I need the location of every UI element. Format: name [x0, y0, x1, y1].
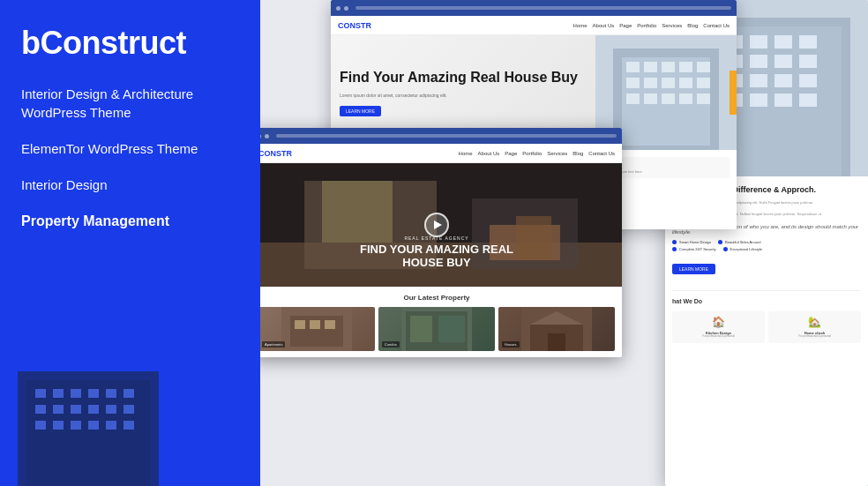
property-title: Our Latest Property [258, 294, 615, 302]
taglines-list: Interior Design & Architecture WordPress… [21, 76, 239, 240]
checkbox-dot-4 [723, 247, 728, 251]
svg-rect-64 [750, 35, 767, 49]
svg-rect-58 [548, 333, 565, 351]
right-icon-cards: 🏠 Kitchen Design For professional & pers… [672, 311, 861, 343]
card-label-3: Houses [502, 341, 520, 348]
svg-rect-28 [626, 78, 640, 88]
nav-blog: Blog [687, 23, 698, 28]
hero-btn[interactable]: LEARN MORE [340, 106, 381, 116]
svg-rect-19 [123, 421, 134, 430]
right-what-title: hat We Do [672, 298, 861, 304]
tagline-1: Interior Design & Architecture WordPress… [21, 76, 239, 131]
building-svg [0, 345, 176, 486]
svg-rect-32 [697, 78, 710, 88]
svg-rect-6 [106, 389, 116, 398]
svg-rect-50 [325, 320, 335, 329]
nav-page: Page [619, 23, 632, 28]
play-button[interactable] [424, 213, 449, 237]
mid-hero-title: FIND YOUR AMAZING REALHOUSE BUY [360, 243, 513, 269]
nav-portfolio: Portfolio [637, 23, 656, 28]
card-label-2: Condos [382, 341, 400, 348]
mid-dot-2 [265, 134, 269, 138]
svg-rect-31 [679, 78, 692, 88]
mockup-nav-mid: CONSTR Home About Us Page Portfolio Serv… [251, 144, 622, 163]
svg-rect-45 [322, 181, 393, 243]
checkbox-row-2: Complete 24/7 Security Exceptional Lifes… [672, 247, 861, 251]
card-3-text: Lorem ipsum text here [607, 169, 725, 174]
agency-label: REAL ESTATE AGENCY [360, 236, 513, 241]
svg-rect-35 [662, 93, 675, 104]
svg-rect-49 [310, 320, 320, 329]
svg-rect-18 [106, 421, 116, 430]
property-card-3: Houses [498, 307, 615, 351]
svg-rect-15 [53, 421, 64, 430]
property-card-1: Apartments [258, 307, 375, 351]
svg-rect-13 [123, 405, 134, 414]
tagline-2: ElemenTor WordPress Theme [21, 131, 239, 167]
property-card-2: Condos [378, 307, 495, 351]
checkbox-dot-1 [672, 240, 677, 244]
svg-rect-11 [88, 405, 99, 414]
svg-rect-74 [750, 74, 767, 87]
card-label-1: Apartments [262, 341, 285, 348]
svg-rect-53 [410, 316, 432, 342]
checkbox-dot-3 [672, 247, 677, 251]
mockup-mid: CONSTR Home About Us Page Portfolio Serv… [251, 128, 622, 357]
svg-rect-54 [438, 316, 465, 342]
svg-rect-34 [644, 93, 657, 104]
svg-rect-30 [662, 78, 675, 88]
checkbox-label-3: Complete 24/7 Security [679, 247, 716, 251]
icon-card-kitchen: 🏠 Kitchen Design For professional & pers… [672, 311, 765, 343]
checkbox-label-1: Smart Home Design [679, 240, 711, 244]
mockup-logo-top: CONSTR [338, 21, 371, 30]
svg-rect-80 [774, 93, 792, 107]
svg-rect-29 [644, 78, 657, 88]
mid-nav-services: Services [547, 151, 567, 156]
svg-rect-79 [750, 93, 767, 107]
nav-about: About Us [593, 23, 615, 28]
checkbox-2: Beautiful Sides Around [718, 240, 760, 244]
checkbox-3: Complete 24/7 Security [672, 247, 716, 251]
checkbox-label-2: Beautiful Sides Around [725, 240, 760, 244]
nav-items-top: Home About Us Page Portfolio Services Bl… [573, 23, 730, 28]
nav-contact: Contact Us [703, 23, 730, 28]
mid-nav-about: About Us [478, 151, 500, 156]
browser-bar-mid [251, 128, 622, 144]
bar-dot-2 [344, 6, 348, 11]
svg-rect-17 [88, 421, 99, 430]
kitchen-icon: 🏠 [676, 316, 761, 328]
svg-rect-48 [295, 320, 305, 329]
bar-dot-1 [336, 6, 340, 11]
svg-rect-25 [662, 62, 675, 72]
right-learn-more-btn[interactable]: LEARN MORE [672, 264, 715, 274]
property-section: Our Latest Property Apartments [251, 287, 622, 357]
svg-rect-75 [774, 74, 792, 87]
checkbox-dot-2 [718, 240, 722, 244]
svg-rect-37 [697, 93, 710, 104]
right-divider [672, 290, 861, 291]
svg-rect-12 [106, 405, 116, 414]
svg-rect-27 [697, 62, 710, 72]
mid-nav-contact: Contact Us [588, 151, 615, 156]
nav-home: Home [573, 23, 587, 28]
svg-rect-36 [679, 93, 692, 104]
building-decoration [0, 345, 176, 486]
checkbox-1: Smart Home Design [672, 240, 711, 244]
tagline-4: Property Management [21, 203, 239, 240]
svg-rect-8 [35, 405, 46, 414]
svg-rect-70 [774, 55, 792, 68]
svg-rect-33 [626, 93, 640, 104]
nav-services: Services [662, 23, 682, 28]
svg-rect-10 [71, 405, 81, 414]
property-cards: Apartments Condos [258, 307, 615, 351]
brand-title: bConstruct [21, 25, 239, 62]
address-bar [355, 6, 731, 10]
svg-rect-4 [71, 389, 81, 398]
left-panel: bConstruct Interior Design & Architectur… [0, 0, 260, 486]
mockup-logo-mid: CONSTR [258, 149, 292, 158]
svg-rect-71 [799, 55, 817, 68]
mid-hero-text: REAL ESTATE AGENCY FIND YOUR AMAZING REA… [360, 236, 513, 269]
kitchen-sub: For professional & personal [676, 335, 761, 339]
checkbox-label-4: Exceptional Lifestyle [730, 247, 762, 251]
mid-nav-page: Page [505, 151, 517, 156]
